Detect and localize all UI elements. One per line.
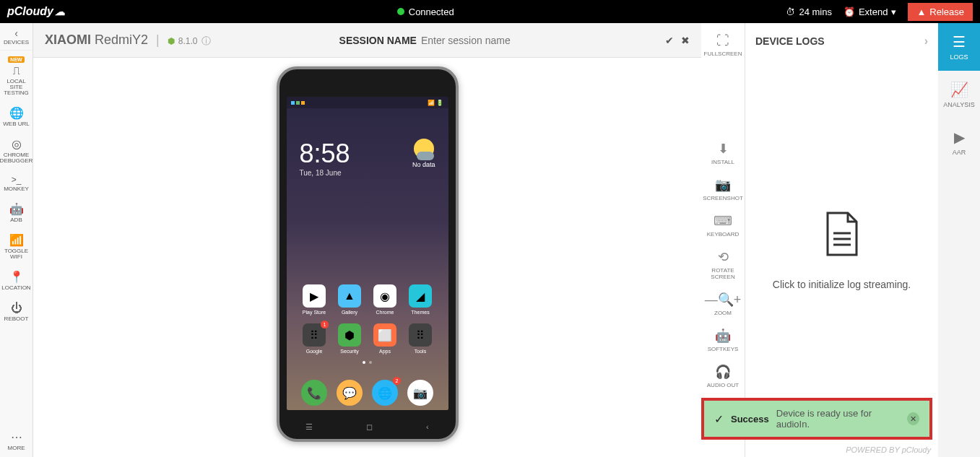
confirm-name-button[interactable]: ✔ (665, 35, 674, 46)
app-play-store[interactable]: ▶Play Store (297, 284, 332, 315)
info-icon[interactable]: ⓘ (201, 35, 211, 46)
app-chrome[interactable]: ◉Chrome (368, 284, 403, 315)
app-security[interactable]: ⬢Security (332, 323, 368, 354)
tool-rotate-screen[interactable]: ⟲ROTATE SCREEN (701, 243, 745, 286)
cancel-name-button[interactable]: ✖ (681, 35, 690, 46)
app-icon: ◢ (409, 284, 432, 308)
sidebar-item-label: CHROME DEBUGGER (0, 152, 32, 164)
sidebar-item-label: ADB (10, 217, 22, 223)
devices-label: DEVICES (0, 39, 32, 45)
session-name-label: SESSION NAME (339, 35, 417, 46)
sidebar-chrome-debugger[interactable]: ◎ CHROME DEBUGGER (0, 133, 32, 170)
rotate-icon: ⟲ (718, 249, 729, 265)
chevron-right-icon: › (924, 35, 928, 48)
nav-recent-icon[interactable]: ☰ (305, 422, 313, 432)
tool-label: FULLSCREEN (704, 51, 742, 57)
phone-clock-date: Tue, 18 June (300, 169, 448, 177)
extend-button[interactable]: ⏰ Extend ▾ (844, 6, 896, 17)
zoom-icon: —🔍+ (705, 292, 742, 308)
tab-aar[interactable]: ▶AAR (938, 118, 980, 166)
headphones-icon: 🎧 (715, 364, 731, 380)
app-themes[interactable]: ◢Themes (403, 284, 438, 315)
tool-label: AUDIO OUT (707, 382, 739, 388)
toast-message: Device is ready use for audioIn. (776, 408, 900, 430)
android-icon: 🤖 (9, 204, 24, 215)
tool-install[interactable]: ⬇INSTALL (701, 135, 745, 171)
app-label: Tools (415, 349, 426, 354)
tool-label: ZOOM (714, 310, 732, 316)
app-icon: ⬢ (338, 323, 361, 347)
sidebar-item-label: TOGGLE WIFI (0, 248, 32, 260)
tab-logs[interactable]: ☰LOGS (938, 23, 980, 71)
sidebar-more[interactable]: ⋯ MORE (0, 426, 32, 457)
tool-audio-out[interactable]: 🎧AUDIO OUT (701, 358, 745, 394)
toast-title: Success (731, 414, 769, 425)
app-icon: 📞 (301, 380, 327, 406)
app-icon: ⬜ (373, 323, 396, 347)
usb-icon: ⎍ (13, 65, 20, 77)
android-icon: 🤖 (715, 328, 731, 344)
camera-icon: 📷 (715, 177, 731, 193)
success-toast: ✓ Success Device is ready use for audioI… (701, 398, 932, 440)
tool-keyboard[interactable]: ⌨KEYBOARD (701, 207, 745, 243)
sidebar-location[interactable]: 📍 LOCATION (0, 266, 32, 297)
sidebar-item-label: LOCATION (1, 285, 30, 291)
app-icon: ▲ (338, 284, 361, 308)
dock-app[interactable]: 📞 (301, 380, 327, 406)
logo: pCloudy☁ (7, 5, 65, 18)
sidebar-monkey[interactable]: >_ MONKEY (0, 170, 32, 198)
sidebar-local-site-testing[interactable]: NEW ⎍ LOCAL SITE TESTING (0, 51, 32, 102)
check-icon: ✓ (714, 412, 724, 426)
app-icon: ◉ (373, 284, 396, 308)
tool-zoom[interactable]: —🔍+ZOOM (701, 286, 745, 322)
log-init-text[interactable]: Click to initialize log streaming. (773, 279, 911, 290)
sidebar-item-label: REBOOT (4, 316, 29, 322)
sidebar-item-label: MONKEY (4, 186, 29, 192)
app-icon: ⠿1 (303, 323, 326, 347)
tool-fullscreen[interactable]: ⛶FULLSCREEN (701, 27, 745, 63)
sidebar-toggle-wifi[interactable]: 📶 TOGGLE WIFI (0, 229, 32, 266)
app-gallery[interactable]: ▲Gallery (332, 284, 368, 315)
app-label: Play Store (303, 310, 326, 315)
globe-icon: 🌐 (9, 108, 24, 119)
app-tools[interactable]: ⠿Tools (403, 323, 438, 354)
tool-label: SOFTKEYS (708, 346, 739, 352)
nav-back-icon[interactable]: ‹ (426, 422, 429, 432)
app-icon: ▶ (303, 284, 326, 308)
sidebar-item-label: MORE (8, 445, 25, 451)
session-name-input[interactable] (421, 35, 537, 46)
connection-status: Connected (409, 6, 454, 17)
tool-softkeys[interactable]: 🤖SOFTKEYS (701, 322, 745, 358)
powered-by: POWERED BY pCloudy (745, 443, 938, 457)
tab-label: LOGS (950, 53, 968, 61)
tool-label: SCREENSHOT (703, 195, 743, 201)
app-google[interactable]: ⠿1Google (297, 323, 332, 354)
device-logs-header[interactable]: DEVICE LOGS › (745, 23, 938, 59)
dock-app[interactable]: 🌐2 (372, 380, 398, 406)
dock-app[interactable]: 📷 (407, 380, 433, 406)
app-apps[interactable]: ⬜Apps (368, 323, 403, 354)
chevron-down-icon: ▾ (891, 6, 896, 17)
page-dots (287, 361, 448, 364)
tab-label: ANALYSIS (943, 101, 974, 108)
dock-app[interactable]: 💬 (337, 380, 363, 406)
app-label: Chrome (376, 310, 394, 315)
status-notifications-icon (291, 101, 305, 105)
release-button[interactable]: ▲ Release (908, 3, 973, 21)
pin-icon: 📍 (9, 271, 24, 283)
app-label: Themes (411, 310, 429, 315)
chrome-icon: ◎ (12, 139, 22, 150)
sidebar-web-url[interactable]: 🌐 WEB URL (0, 102, 32, 133)
tab-analysis[interactable]: 📈ANALYSIS (938, 71, 980, 118)
eject-icon: ▲ (916, 6, 926, 17)
device-screen[interactable]: 📶 🔋 8:58 Tue, 18 June No data ▶Play Stor… (287, 97, 448, 410)
sidebar-adb[interactable]: 🤖 ADB (0, 198, 32, 229)
nav-home-icon[interactable]: ◻ (366, 422, 373, 432)
toast-close-button[interactable]: ✕ (907, 412, 919, 425)
app-label: Apps (379, 349, 391, 354)
sidebar-reboot[interactable]: ⏻ REBOOT (0, 297, 32, 328)
devices-back[interactable]: ‹ DEVICES (0, 23, 32, 51)
app-label: Google (306, 349, 323, 354)
timer: ⏱ 24 mins (786, 6, 832, 17)
tool-screenshot[interactable]: 📷SCREENSHOT (701, 171, 745, 207)
